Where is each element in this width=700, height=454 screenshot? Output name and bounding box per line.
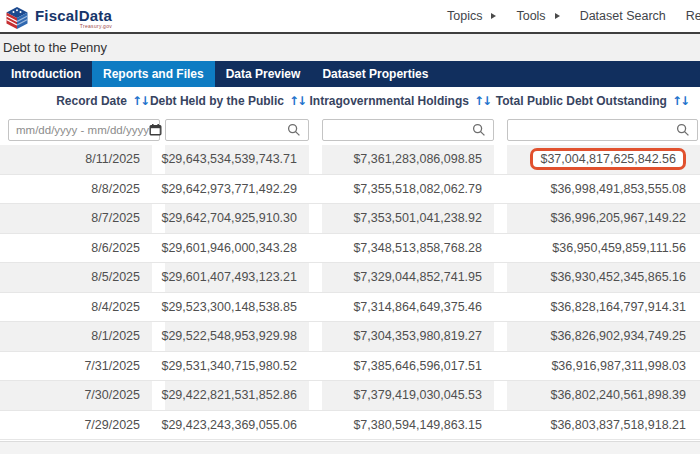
tab-dataset-properties-label: Dataset Properties <box>322 67 428 81</box>
debt-held-value: $29,423,243,369,055.06 <box>161 418 297 432</box>
column-label: Intragovernmental Holdings <box>310 94 469 108</box>
debt-held-cell: $29,642,704,925,910.30 <box>165 204 309 233</box>
debt-held-value: $29,643,534,539,743.71 <box>161 152 297 166</box>
debt-held-search-input[interactable] <box>165 119 309 141</box>
debt-held-value: $29,642,704,925,910.30 <box>161 211 297 225</box>
table-body: 8/11/2025 $29,643,534,539,743.71 $7,361,… <box>0 145 700 440</box>
record-date-value: 8/4/2025 <box>91 300 140 314</box>
intragov-cell: $7,353,501,041,238.92 <box>322 204 494 233</box>
tab-introduction-label: Introduction <box>11 67 81 81</box>
record-date-cell: 8/6/2025 <box>0 234 152 263</box>
table-row: 8/4/2025 $29,523,300,148,538.85 $7,314,8… <box>0 293 700 323</box>
debt-held-value: $29,422,821,531,852.86 <box>161 388 297 402</box>
column-label: Total Public Debt Outstanding <box>496 94 667 108</box>
intragov-cell: $7,314,864,649,375.46 <box>322 293 494 322</box>
intragov-cell: $7,329,044,852,741.95 <box>322 263 494 292</box>
record-date-value: 8/6/2025 <box>91 241 140 255</box>
nav-resources[interactable]: Resources <box>686 9 700 23</box>
site-header: FiscalData Treasury.gov Topics Tools Dat… <box>0 0 700 34</box>
filter-cell-intragov <box>322 119 494 141</box>
total-debt-search-input[interactable] <box>507 119 698 141</box>
intragov-value: $7,314,864,649,375.46 <box>353 300 482 314</box>
fiscaldata-logo[interactable]: FiscalData Treasury.gov <box>4 3 112 30</box>
filter-cell-debt-held <box>165 119 309 141</box>
record-date-value: 8/8/2025 <box>91 182 140 196</box>
table-row: 7/30/2025 $29,422,821,531,852.86 $7,379,… <box>0 381 700 411</box>
intragov-search-input[interactable] <box>322 119 494 141</box>
column-header-record-date[interactable]: Record Date ↑↓ <box>0 94 152 108</box>
intragov-cell: $7,348,513,858,768.28 <box>322 234 494 263</box>
nav-topics[interactable]: Topics <box>447 9 496 23</box>
intragov-cell: $7,385,646,596,017.51 <box>322 352 494 381</box>
sort-icon[interactable]: ↑↓ <box>672 94 688 108</box>
debt-held-cell: $29,422,821,531,852.86 <box>165 381 309 410</box>
intragov-cell: $7,379,419,030,045.53 <box>322 381 494 410</box>
tab-data-preview[interactable]: Data Preview <box>215 61 312 87</box>
total-debt-value: $36,803,837,518,918.21 <box>550 418 686 432</box>
nav-dataset-search[interactable]: Dataset Search <box>580 9 666 23</box>
search-icon <box>676 123 690 137</box>
debt-held-cell: $29,531,340,715,980.52 <box>165 352 309 381</box>
tab-reports-and-files[interactable]: Reports and Files <box>92 61 215 87</box>
search-icon <box>472 123 486 137</box>
record-date-cell: 8/7/2025 <box>0 204 152 233</box>
column-header-intragov[interactable]: Intragovernmental Holdings ↑↓ <box>322 94 494 108</box>
total-debt-value: $36,802,240,561,898.39 <box>550 388 686 402</box>
record-date-cell: 8/8/2025 <box>0 175 152 204</box>
debt-held-value: $29,601,946,000,343.28 <box>161 241 297 255</box>
record-date-value: 7/30/2025 <box>84 388 140 402</box>
total-debt-cell: $37,004,817,625,842.56 <box>507 145 700 174</box>
sort-icon[interactable]: ↑↓ <box>289 94 305 108</box>
total-debt-cell: $36,828,164,797,914.31 <box>507 293 700 322</box>
record-date-cell: 8/1/2025 <box>0 322 152 351</box>
intragov-cell: $7,361,283,086,098.85 <box>322 145 494 174</box>
caret-right-icon <box>491 13 496 19</box>
filter-cell-date: mm/dd/yyyy - mm/dd/yyyy <box>0 119 152 141</box>
total-debt-value: $36,950,459,859,111.56 <box>552 241 686 255</box>
tab-introduction[interactable]: Introduction <box>0 61 92 87</box>
table-row: 7/29/2025 $29,423,243,369,055.06 $7,380,… <box>0 411 700 441</box>
tab-dataset-properties[interactable]: Dataset Properties <box>311 61 439 87</box>
column-header-total-debt[interactable]: Total Public Debt Outstanding ↑↓ <box>507 94 692 108</box>
intragov-value: $7,329,044,852,741.95 <box>353 270 482 284</box>
tab-bar: Introduction Reports and Files Data Prev… <box>0 61 700 87</box>
record-date-value: 7/31/2025 <box>84 359 140 373</box>
record-date-cell: 8/11/2025 <box>0 145 152 174</box>
column-label: Debt Held by the Public <box>150 94 284 108</box>
debt-held-value: $29,531,340,715,980.52 <box>161 359 297 373</box>
debt-held-cell: $29,643,534,539,743.71 <box>165 145 309 174</box>
record-date-cell: 7/29/2025 <box>0 411 152 440</box>
sort-icon[interactable]: ↑↓ <box>474 94 490 108</box>
total-debt-value: $36,996,205,967,149.22 <box>550 211 686 225</box>
table-row: 7/31/2025 $29,531,340,715,980.52 $7,385,… <box>0 352 700 382</box>
total-debt-cell: $36,998,491,853,555.08 <box>507 175 700 204</box>
intragov-value: $7,304,353,980,819.27 <box>353 329 482 343</box>
intragov-cell: $7,380,594,149,863.15 <box>322 411 494 440</box>
total-debt-value: $36,826,902,934,749.25 <box>550 329 686 343</box>
record-date-cell: 7/31/2025 <box>0 352 152 381</box>
nav-dataset-search-label: Dataset Search <box>580 9 666 23</box>
intragov-cell: $7,355,518,082,062.79 <box>322 175 494 204</box>
nav-tools-label: Tools <box>516 9 545 23</box>
logo-title: FiscalData <box>35 8 112 23</box>
debt-held-value: $29,523,300,148,538.85 <box>161 300 297 314</box>
logo-text: FiscalData Treasury.gov <box>35 8 112 29</box>
debt-held-cell: $29,523,300,148,538.85 <box>165 293 309 322</box>
breadcrumb: Debt to the Penny <box>0 34 700 61</box>
total-debt-cell: $36,930,452,345,865.16 <box>507 263 700 292</box>
nav-tools[interactable]: Tools <box>516 9 559 23</box>
debt-held-cell: $29,601,407,493,123.21 <box>165 263 309 292</box>
record-date-value: 7/29/2025 <box>84 418 140 432</box>
total-debt-cell: $36,950,459,859,111.56 <box>507 234 700 263</box>
total-debt-value: $36,828,164,797,914.31 <box>550 300 686 314</box>
total-debt-value: $36,916,987,311,998.03 <box>551 359 686 373</box>
column-header-debt-held[interactable]: Debt Held by the Public ↑↓ <box>165 94 309 108</box>
debt-held-cell: $29,522,548,953,929.98 <box>165 322 309 351</box>
total-debt-cell: $36,996,205,967,149.22 <box>507 204 700 233</box>
filter-cell-total-debt <box>507 119 698 141</box>
nav-topics-label: Topics <box>447 9 482 23</box>
table-row: 8/7/2025 $29,642,704,925,910.30 $7,353,5… <box>0 204 700 234</box>
calendar-icon[interactable] <box>149 123 162 136</box>
date-range-input[interactable]: mm/dd/yyyy - mm/dd/yyyy <box>8 119 160 141</box>
sort-icon[interactable]: ↑↓ <box>132 94 148 108</box>
